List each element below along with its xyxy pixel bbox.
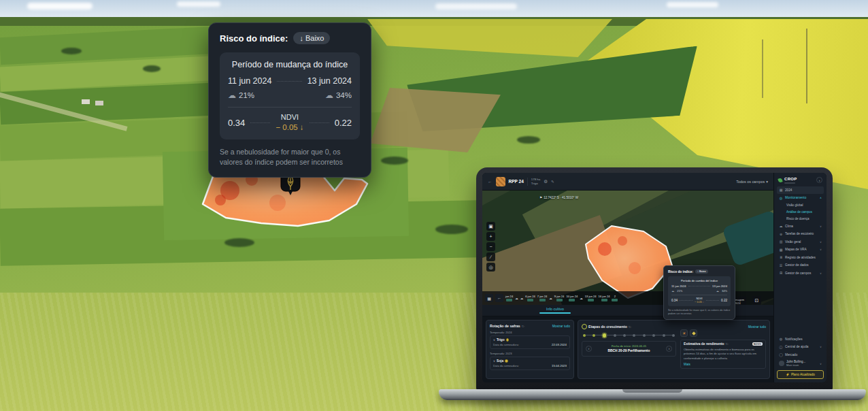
ndvi-to: 0.22 [721, 299, 727, 302]
ndvi-center: NDVI − 0.05 ↓ [695, 297, 704, 303]
show-all-link[interactable]: Mostrar tudo [748, 325, 766, 329]
yield-description: Obtenha estimativas de rendimento e biom… [684, 348, 763, 361]
ndvi-badge [601, 299, 607, 301]
cloud-icon: ☁ [549, 297, 552, 300]
sowing-label: Data da semeadura: [493, 343, 519, 346]
database-icon: ☰ [779, 263, 783, 267]
timeline-date[interactable]: 6 jun 24 [525, 295, 535, 301]
dotted-divider [706, 300, 719, 301]
map-controls: ▣ + − ∕ ◎ [486, 222, 495, 272]
calendar-button[interactable]: ▦ [485, 294, 493, 302]
fullscreen-button[interactable]: ⊡ [752, 296, 761, 305]
page: { "icons": { "cloud": "☁", "back": "←", … [0, 0, 868, 411]
info-icon: ⓘ [726, 342, 729, 346]
more-link[interactable]: Mais [684, 363, 763, 366]
crop-row[interactable]: ∨ Soja Data da semeadura: 15.04.2023 [490, 357, 570, 370]
cloud-from: ☁21% [228, 91, 254, 100]
tree-cluster [224, 238, 254, 247]
chevron-down-icon: ▾ [766, 180, 768, 184]
ndvi-badge [569, 299, 575, 301]
scout-icon: ⊚ [779, 232, 783, 236]
tab-info-cultivo[interactable]: Info cultivo [482, 305, 628, 316]
timeline-date[interactable]: 16 jun 24 [599, 295, 610, 301]
divider [527, 178, 528, 186]
sidebar-item-help-center[interactable]: ⓘCentral de ajuda∨ [777, 343, 824, 351]
pencil-icon[interactable]: ✎ [551, 180, 554, 184]
sidebar-item-weather[interactable]: ☁Clima∨ [777, 223, 824, 231]
measure-button[interactable]: ∕ [486, 252, 495, 261]
stage-line [665, 335, 672, 335]
sidebar-item-notifications[interactable]: ◍Notificações [777, 335, 824, 344]
date-to: 13 jun 2024 [712, 284, 727, 288]
compare-view-button[interactable]: ▣ [486, 222, 495, 231]
compare-icon: ▣ [488, 224, 493, 229]
stage-line [606, 335, 613, 335]
tree-cluster [143, 65, 161, 72]
zoom-out-button[interactable]: − [486, 242, 495, 251]
locate-button[interactable]: ◎ [486, 263, 495, 272]
sidebar-item-fields-manager[interactable]: ⊞Gestor de campos∨ [777, 269, 824, 278]
stage-next-button[interactable]: › [666, 346, 672, 352]
chevron-right-icon: › [819, 178, 820, 182]
back-icon[interactable]: ← [488, 179, 493, 184]
stage-line [626, 335, 633, 335]
bolt-icon: ⚡ [786, 373, 790, 376]
new-badge: NOVO [752, 342, 763, 346]
date-to: 13 jun 2024 [307, 76, 352, 86]
timeline-date[interactable]: 10 jun 24 [566, 295, 578, 301]
period-title: Período de cambio del índice [671, 279, 727, 282]
sidebar-item-monitoring[interactable]: ◎Monitoramento∧ [777, 194, 824, 202]
leaf-pin-icon [692, 331, 696, 335]
gear-icon[interactable]: ⚙ [544, 179, 548, 184]
divider [228, 107, 352, 108]
ndvi-badge [556, 299, 563, 301]
fields-icon: ⊞ [779, 271, 783, 275]
show-all-link[interactable]: Mostrar tudo [552, 325, 570, 328]
crop-row[interactable]: ∨ Trigo Data da semeadura: 22.03.2024 [490, 335, 570, 349]
sidebar-item-global-view[interactable]: Visão global [777, 202, 824, 209]
sidebar-item-disease-risk[interactable]: Risco de doença [777, 216, 824, 223]
sidebar-collapse-button[interactable]: › [816, 177, 822, 183]
timeline-prev-button[interactable]: ← [495, 294, 503, 302]
growth-stage-icon [582, 324, 587, 329]
zoom-in-button[interactable]: + [486, 232, 495, 241]
cloud-to: ☁34% [325, 91, 352, 100]
crop-status-icon [506, 338, 510, 342]
stage-line [635, 335, 642, 335]
dotted-divider [310, 122, 329, 123]
sidebar-item-field-analysis[interactable]: Análise de campos [777, 209, 824, 216]
stage-line [646, 335, 652, 335]
map-layer-chips: ☀ [680, 329, 766, 337]
timeline-date[interactable]: 13 jun 24 [585, 295, 597, 301]
sidebar-item-data-manager[interactable]: ☰Gestor de dados [777, 261, 824, 269]
cloud-to: ☁34% [716, 289, 727, 293]
sidebar-item-marketplace[interactable]: ◯Mercado [777, 351, 824, 359]
cloudiness-note: Se a nebulosidade for maior que 0, os va… [668, 309, 731, 316]
stage-line [655, 335, 662, 335]
stage-prev-button[interactable]: ‹ [586, 346, 592, 352]
timeline-date[interactable]: 7 jun 24 [537, 295, 548, 301]
sidebar-item-season[interactable]: ▦2024 [777, 186, 824, 195]
farm-building [82, 99, 90, 104]
timeline-date[interactable]: jun 24 [505, 295, 513, 301]
index-change-card: Período de cambio del índice 11 jun 2024… [668, 276, 731, 306]
timeline-date[interactable]: 2 [612, 295, 618, 301]
vra-map-icon: ▩ [779, 248, 783, 252]
sidebar-item-activity-log[interactable]: ≣Registo de atividades [777, 254, 824, 262]
timeline-date[interactable]: 9 jun 24 [554, 295, 565, 301]
ruler-icon: ∕ [490, 254, 491, 259]
sidebar-item-vra-maps[interactable]: ▩Mapas de VRA∨ [777, 246, 824, 254]
tree-cluster [435, 225, 468, 234]
user-account[interactable]: John Bolling... Main team ∨ [777, 359, 824, 368]
fields-dropdown[interactable]: Todos os campos ▾ [736, 180, 768, 184]
sidebar-item-overview[interactable]: ▥Visão geral∨ [777, 238, 824, 246]
marker-chip[interactable] [690, 329, 697, 337]
field-thumbnail-icon [496, 177, 505, 186]
sidebar-item-scouting[interactable]: ⊚Tarefas de escoteiro [777, 230, 824, 238]
map-coordinates: ⚑ 12.7422° S · 41.5010° W [539, 196, 578, 199]
arrow-left-icon: ← [497, 296, 501, 300]
bottom-panels: Rotação de safras ⓘ Mostrar tudo Tempora… [482, 316, 773, 382]
upgraded-plan-button[interactable]: ⚡ Plano Atualizado [777, 370, 824, 379]
sun-chip[interactable]: ☀ [680, 329, 688, 337]
ndvi-delta: − 0.05 ↓ [695, 300, 704, 303]
